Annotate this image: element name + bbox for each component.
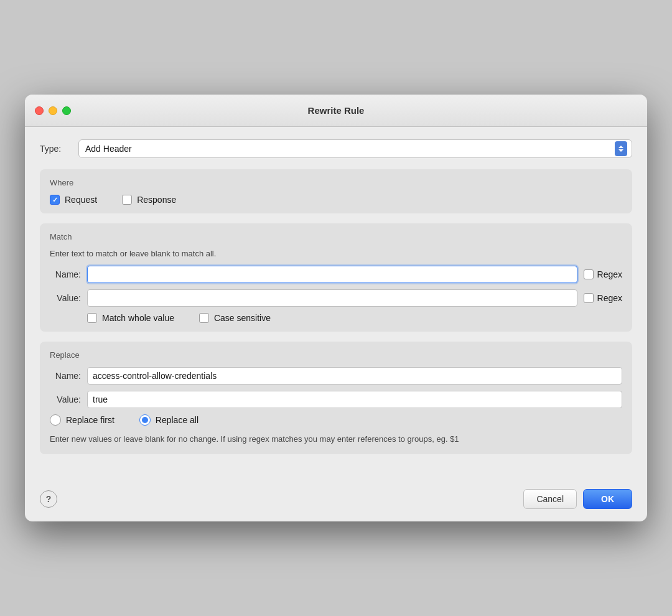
replace-radio-row: Replace first Replace all <box>50 414 622 426</box>
request-checkbox-item[interactable]: Request <box>50 195 97 205</box>
help-button[interactable]: ? <box>40 490 57 508</box>
response-checkbox[interactable] <box>122 195 132 205</box>
match-whole-value-item[interactable]: Match whole value <box>87 313 174 323</box>
ok-button[interactable]: OK <box>583 489 632 509</box>
footer: ? Cancel OK <box>25 479 647 521</box>
replace-first-label: Replace first <box>66 415 114 425</box>
replace-all-item[interactable]: Replace all <box>139 414 198 426</box>
match-extra-checkboxes: Match whole value Case sensitive <box>50 313 622 323</box>
match-name-regex-item[interactable]: Regex <box>584 269 622 279</box>
match-section-title: Match <box>50 232 622 241</box>
match-value-input[interactable] <box>87 289 577 307</box>
replace-section: Replace Name: Value: Replace first Rep <box>40 342 632 454</box>
replace-name-row: Name: <box>50 367 622 385</box>
match-value-row: Value: Regex <box>50 289 622 307</box>
match-value-label: Value: <box>50 293 81 303</box>
where-section: Where Request Response <box>40 169 632 213</box>
match-hint: Enter text to match or leave blank to ma… <box>50 249 622 258</box>
case-sensitive-item[interactable]: Case sensitive <box>199 313 271 323</box>
dialog-window: Rewrite Rule Type: Add Header Where Requ… <box>25 95 647 521</box>
match-name-input[interactable] <box>87 266 577 283</box>
replace-value-input[interactable] <box>87 391 622 408</box>
maximize-button[interactable] <box>62 106 71 115</box>
match-section: Match Enter text to match or leave blank… <box>40 223 632 332</box>
footer-buttons: Cancel OK <box>523 489 632 509</box>
minimize-button[interactable] <box>49 106 57 115</box>
dialog-content: Type: Add Header Where Request Response <box>25 127 647 479</box>
cancel-button[interactable]: Cancel <box>523 489 577 509</box>
replace-all-radio[interactable] <box>139 414 151 426</box>
replace-name-label: Name: <box>50 371 81 381</box>
titlebar: Rewrite Rule <box>25 95 647 127</box>
match-whole-value-checkbox[interactable] <box>87 313 97 323</box>
match-name-regex-checkbox[interactable] <box>584 269 594 279</box>
window-title: Rewrite Rule <box>308 105 365 116</box>
traffic-lights <box>35 106 71 115</box>
replace-first-radio[interactable] <box>50 414 61 426</box>
replace-hint: Enter new values or leave blank for no c… <box>50 433 622 446</box>
match-name-label: Name: <box>50 269 81 279</box>
type-select-wrapper: Add Header <box>78 139 632 158</box>
replace-all-label: Replace all <box>156 415 198 425</box>
replace-name-input[interactable] <box>87 367 622 385</box>
match-value-regex-checkbox[interactable] <box>584 293 594 303</box>
replace-first-item[interactable]: Replace first <box>50 414 114 426</box>
response-label: Response <box>137 195 176 205</box>
match-name-row: Name: Regex <box>50 266 622 283</box>
match-value-regex-item[interactable]: Regex <box>584 293 622 303</box>
match-name-regex-label: Regex <box>597 269 622 279</box>
request-label: Request <box>65 195 97 205</box>
close-button[interactable] <box>35 106 44 115</box>
replace-value-row: Value: <box>50 391 622 408</box>
type-select[interactable]: Add Header <box>78 139 632 158</box>
replace-section-title: Replace <box>50 350 622 360</box>
replace-value-label: Value: <box>50 394 81 404</box>
type-label: Type: <box>40 144 71 154</box>
request-checkbox[interactable] <box>50 195 60 205</box>
response-checkbox-item[interactable]: Response <box>122 195 176 205</box>
type-row: Type: Add Header <box>40 139 632 158</box>
match-whole-value-label: Match whole value <box>102 313 174 323</box>
where-checkbox-row: Request Response <box>50 195 622 205</box>
case-sensitive-label: Case sensitive <box>214 313 271 323</box>
case-sensitive-checkbox[interactable] <box>199 313 209 323</box>
match-value-regex-label: Regex <box>597 293 622 303</box>
where-section-title: Where <box>50 178 622 187</box>
